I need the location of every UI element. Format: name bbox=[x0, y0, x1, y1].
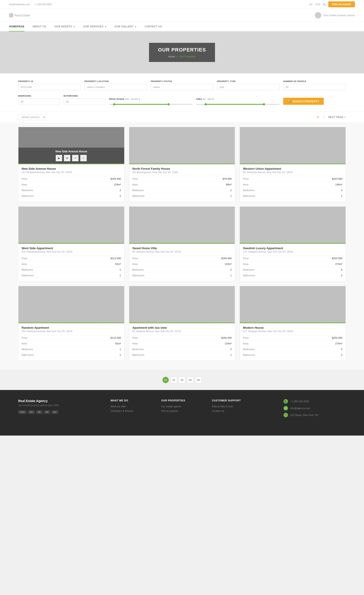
nav-item-contact[interactable]: CONTACT US bbox=[145, 22, 162, 31]
detail-area-row: Area 124m² bbox=[132, 261, 232, 267]
status-select[interactable]: status bbox=[151, 84, 213, 90]
detail-area-row: Area 274m² bbox=[243, 261, 342, 267]
nav-item-agents[interactable]: OUR AGENTS ▾ bbox=[54, 22, 75, 31]
search-icon[interactable]: 🔍 bbox=[323, 3, 326, 6]
breadcrumb-separator: › bbox=[177, 55, 178, 58]
breadcrumb-home[interactable]: Home bbox=[168, 55, 175, 58]
bathrooms-value: 1 bbox=[120, 274, 121, 277]
bedrooms-value: 3 bbox=[341, 189, 342, 191]
footer-link-contact-us[interactable]: Contact Us bbox=[212, 410, 274, 412]
next-page-button[interactable]: NEXT PAGE + bbox=[328, 116, 346, 119]
type-label: PROPERTY TYPE bbox=[217, 80, 280, 82]
logo[interactable]: Real Estate bbox=[9, 13, 30, 17]
footer-link-what-we-offer[interactable]: What we offer bbox=[110, 405, 152, 408]
property-image[interactable] bbox=[129, 207, 235, 243]
property-info: Apartment with sea view 45, Jacksons Ave… bbox=[129, 323, 235, 361]
footer-link-faq[interactable]: FAQ & Help Center bbox=[212, 405, 274, 408]
property-image[interactable] bbox=[18, 286, 124, 323]
property-name: West Side Appartment bbox=[22, 247, 121, 250]
property-image[interactable] bbox=[240, 286, 346, 323]
property-image[interactable] bbox=[129, 286, 235, 323]
properties-section: New Side Avenue House ▶ ⊕ ↗ ⤢ New Side A… bbox=[0, 122, 364, 370]
page-btn-5[interactable]: 05 bbox=[195, 377, 202, 383]
property-action-expand[interactable]: ⤢ bbox=[80, 155, 87, 161]
property-image[interactable] bbox=[240, 207, 346, 243]
area-value: 124m² bbox=[225, 342, 232, 345]
currency-selector[interactable]: USD bbox=[315, 3, 320, 6]
nav-item-services[interactable]: OUR SERVICES ▾ bbox=[83, 22, 106, 31]
property-image[interactable] bbox=[18, 207, 124, 243]
mc-icon: MC bbox=[28, 410, 35, 414]
property-info: West Side Appartment 254, Pentstreet Ave… bbox=[18, 244, 124, 281]
type-select[interactable]: type bbox=[217, 84, 280, 90]
area-label: Area bbox=[22, 263, 27, 265]
property-image[interactable] bbox=[129, 127, 235, 163]
property-action-compare[interactable]: ⊕ bbox=[64, 155, 70, 161]
detail-bathrooms-row: Bathrooms 1 bbox=[132, 352, 232, 358]
location-label: PROPERTY LOCATION bbox=[84, 80, 147, 82]
property-card-4: West Side Appartment 254, Pentstreet Ave… bbox=[18, 206, 124, 281]
property-image[interactable] bbox=[240, 127, 346, 163]
bedrooms-value: 1 bbox=[120, 268, 121, 271]
page-btn-3[interactable]: 03 bbox=[179, 377, 185, 383]
footer-link-chambers[interactable]: Chambers & Rooms bbox=[110, 410, 152, 412]
bathrooms-label: Bathrooms bbox=[243, 274, 255, 277]
sort-select[interactable]: default selection bbox=[18, 114, 46, 120]
property-details: Price $184 000 Area 124m² Bedrooms 2 Bat… bbox=[132, 255, 232, 278]
breadcrumb: Home › Our Properties bbox=[158, 55, 206, 58]
page-btn-1[interactable]: 01 bbox=[162, 377, 169, 383]
page-btn-2[interactable]: 02 bbox=[171, 377, 177, 383]
nav-item-about[interactable]: ABOUT US bbox=[33, 22, 46, 31]
nav-item-homepage[interactable]: HOMEPAGE bbox=[9, 22, 24, 31]
location-select[interactable]: select a location bbox=[84, 84, 147, 90]
people-input[interactable] bbox=[283, 84, 346, 90]
footer-address-row: 📍 123 Street, New York, NY bbox=[283, 413, 346, 417]
property-name: New Side Avenue House bbox=[22, 167, 121, 170]
footer-link-find-property[interactable]: Find a property bbox=[161, 410, 203, 412]
grid-view-icon[interactable]: ⊞ bbox=[316, 115, 320, 119]
find-agent-button[interactable]: FIND AN AGENT bbox=[328, 1, 355, 7]
area-range-track[interactable] bbox=[196, 104, 280, 105]
gallery-arrow: ▾ bbox=[135, 26, 137, 28]
price-value: $184 000 bbox=[221, 257, 232, 260]
property-info: Western Union Appartment 89, Pentstreet … bbox=[240, 164, 346, 202]
footer-email: info@agency.com bbox=[290, 407, 310, 410]
view-controls: ⊞ ≡ NEXT PAGE + bbox=[316, 115, 346, 119]
main-nav: HOMEPAGE ABOUT US OUR AGENTS ▾ OUR SERVI… bbox=[0, 22, 364, 31]
bathrooms-input[interactable] bbox=[63, 99, 105, 105]
property-image-actions: ▶ ⊕ ↗ ⤢ bbox=[21, 155, 122, 161]
property-image[interactable]: New Side Avenue House ▶ ⊕ ↗ ⤢ bbox=[18, 127, 124, 163]
properties-grid: New Side Avenue House ▶ ⊕ ↗ ⤢ New Side A… bbox=[18, 127, 346, 361]
bedrooms-input[interactable] bbox=[18, 99, 60, 105]
price-label: Price bbox=[22, 257, 27, 260]
property-id-input[interactable] bbox=[18, 84, 81, 90]
search-filters-row2: BEDROOMS BATHROOMS PRICE RANGE 200 - 38 … bbox=[18, 95, 346, 105]
nav-item-gallery[interactable]: OUR GALLERY ▾ bbox=[115, 22, 137, 31]
hero-title: OUR PROPERTIES bbox=[158, 47, 206, 53]
footer: Real Estate Agency Your trusted property… bbox=[0, 390, 364, 436]
area-label: Area bbox=[132, 342, 138, 345]
bathrooms-value: 2 bbox=[341, 195, 342, 197]
bathrooms-label: Bathrooms bbox=[243, 354, 255, 356]
price-range-track[interactable] bbox=[109, 104, 192, 105]
list-view-icon[interactable]: ≡ bbox=[322, 115, 326, 119]
detail-price-row: Price $250 000 bbox=[243, 335, 342, 341]
search-property-button[interactable]: 🔍 SEARCH PROPERTY bbox=[283, 98, 324, 105]
footer-col-contact: 📞 +1 800 000 0000 ✉ info@agency.com 📍 12… bbox=[283, 399, 346, 420]
detail-bedrooms-row: Bedrooms 5 bbox=[243, 267, 342, 273]
property-details: Price $184 000 Area 124m² Bedrooms 2 Bat… bbox=[132, 335, 232, 358]
price-value: $113 000 bbox=[110, 336, 121, 339]
page-btn-4[interactable]: 04 bbox=[187, 377, 193, 383]
bathrooms-value: 3 bbox=[341, 274, 342, 277]
property-overlay: New Side Avenue House ▶ ⊕ ↗ ⤢ bbox=[18, 148, 124, 163]
agents-arrow: ▾ bbox=[74, 26, 75, 28]
language-selector[interactable]: EN bbox=[309, 3, 313, 6]
footer-email-row: ✉ info@agency.com bbox=[283, 406, 346, 411]
bedrooms-label: Bedrooms bbox=[132, 189, 144, 191]
detail-bedrooms-row: Bedrooms 2 bbox=[132, 187, 232, 193]
detail-price-row: Price $113 000 bbox=[22, 255, 121, 261]
property-action-view[interactable]: ▶ bbox=[56, 155, 62, 161]
property-action-share[interactable]: ↗ bbox=[72, 155, 78, 161]
footer-link-estate-agents[interactable]: Our estate agents bbox=[161, 405, 203, 408]
detail-area-row: Area 124m² bbox=[132, 341, 232, 347]
